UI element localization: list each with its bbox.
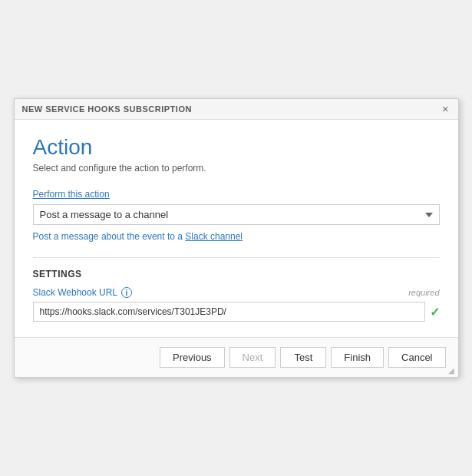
required-label: required [408,288,439,297]
field-label-perform-action: Perform this action [33,189,440,200]
webhook-label: Slack Webhook URL i [33,287,133,298]
dialog-title: NEW SERVICE HOOKS SUBSCRIPTION [22,104,192,114]
webhook-label-row: Slack Webhook URL i required [33,287,440,298]
dialog-body: Action Select and configure the action t… [15,120,458,337]
test-button[interactable]: Test [280,347,326,368]
action-description-text: Post a message about the event to a [33,231,186,242]
field-label-link: this [68,189,83,200]
previous-button[interactable]: Previous [160,347,225,368]
settings-header: SETTINGS [33,257,440,279]
info-icon[interactable]: i [121,287,132,298]
next-button[interactable]: Next [229,347,276,368]
cancel-button[interactable]: Cancel [388,347,445,368]
dialog: NEW SERVICE HOOKS SUBSCRIPTION × Action … [14,98,459,378]
close-button[interactable]: × [441,104,450,114]
check-icon: ✓ [430,305,440,319]
resize-handle[interactable]: ◢ [448,367,457,376]
perform-action-select[interactable]: Post a message to a channel [33,204,440,225]
field-label-text-prefix: Perform [33,189,68,200]
dialog-footer: Previous Next Test Finish Cancel [15,337,458,377]
webhook-url-input[interactable] [33,302,425,322]
webhook-input-row: ✓ [33,302,440,322]
page-title: Action [33,135,440,160]
dialog-titlebar: NEW SERVICE HOOKS SUBSCRIPTION × [15,99,458,120]
webhook-label-text: Slack Webhook URL [33,287,118,298]
field-label-text-suffix: action [82,189,109,200]
finish-button[interactable]: Finish [331,347,384,368]
action-description: Post a message about the event to a Slac… [33,231,440,242]
page-subtitle: Select and configure the action to perfo… [33,163,440,174]
slack-link[interactable]: Slack channel [185,231,243,242]
